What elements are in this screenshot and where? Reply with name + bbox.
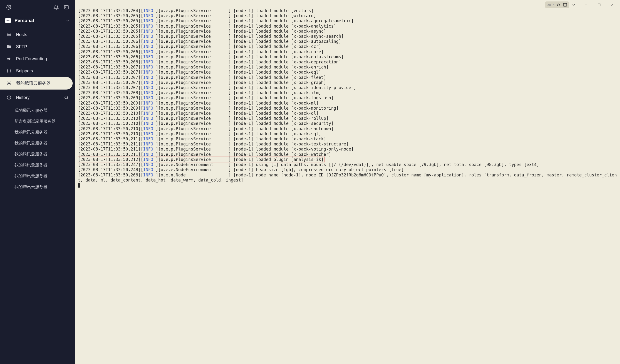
nav-item-forward[interactable]: Port Forwarding bbox=[0, 53, 75, 65]
log-line: [2023-08-17T11:33:50,212][INFO ][o.e.p.P… bbox=[78, 157, 617, 162]
log-line: [2023-08-17T11:33:50,205][INFO ][o.e.p.P… bbox=[78, 34, 617, 39]
log-line: [2023-08-17T11:33:50,210][INFO ][o.e.p.P… bbox=[78, 116, 617, 121]
maximize-button[interactable] bbox=[596, 2, 602, 8]
log-line: [2023-08-17T11:33:50,211][INFO ][o.e.p.P… bbox=[78, 136, 617, 142]
titlebar: au • bbox=[543, 0, 620, 10]
history-entry[interactable]: 我的腾讯云服务器 bbox=[0, 138, 75, 149]
log-line: [2023-08-17T11:33:50,247][INFO ][o.e.e.N… bbox=[78, 162, 617, 167]
title-hint-text: au bbox=[547, 3, 551, 7]
history-entry[interactable]: 我的腾讯云服务器 bbox=[0, 170, 75, 181]
split-panel-icon[interactable] bbox=[562, 2, 568, 8]
history-section-header[interactable]: History bbox=[0, 91, 75, 104]
title-dot: • bbox=[553, 3, 554, 7]
log-line: [2023-08-17T11:33:50,205][INFO ][o.e.p.P… bbox=[78, 24, 617, 29]
log-line: [2023-08-17T11:33:50,207][INFO ][o.e.p.P… bbox=[78, 85, 617, 90]
nav-label: Snippets bbox=[16, 68, 69, 74]
log-line: [2023-08-17T11:33:50,205][INFO ][o.e.p.P… bbox=[78, 29, 617, 34]
workspace-selector[interactable]: Personal bbox=[0, 15, 75, 27]
log-line: [2023-08-17T11:33:50,206][INFO ][o.e.p.P… bbox=[78, 60, 617, 65]
log-line: [2023-08-17T11:33:50,207][INFO ][o.e.p.P… bbox=[78, 75, 617, 80]
log-line: [2023-08-17T11:33:50,205][INFO ][o.e.p.P… bbox=[78, 18, 617, 23]
log-line: [2023-08-17T11:33:50,210][INFO ][o.e.p.P… bbox=[78, 131, 617, 136]
settings-small-icon bbox=[6, 81, 12, 86]
svg-point-7 bbox=[8, 83, 10, 84]
nav-item-braces[interactable]: Snippets bbox=[0, 65, 75, 77]
sidebar-top-bar bbox=[0, 0, 75, 15]
history-entry[interactable]: 新吉奥测试应用服务器 bbox=[0, 116, 75, 127]
svg-point-9 bbox=[65, 96, 68, 99]
log-line: [2023-08-17T11:33:50,205][INFO ][o.e.p.P… bbox=[78, 13, 617, 18]
nav-label: Port Forwarding bbox=[16, 56, 69, 61]
log-line: [2023-08-17T11:33:50,210][INFO ][o.e.p.P… bbox=[78, 111, 617, 116]
close-button[interactable] bbox=[609, 2, 615, 8]
hosts-icon bbox=[6, 32, 12, 37]
svg-rect-13 bbox=[598, 4, 600, 6]
terminal-icon[interactable] bbox=[63, 4, 69, 10]
log-line: [2023-08-17T11:33:50,211][INFO ][o.e.p.P… bbox=[78, 142, 617, 147]
history-entry[interactable]: 我的腾讯云服务器 bbox=[0, 159, 75, 170]
log-line: [2023-08-17T11:33:50,211][INFO ][o.e.p.P… bbox=[78, 147, 617, 152]
svg-point-2 bbox=[8, 20, 8, 21]
settings-icon[interactable] bbox=[6, 4, 12, 10]
log-line: [2023-08-17T11:33:50,266][INFO ][o.e.n.N… bbox=[78, 173, 617, 183]
log-line: [2023-08-17T11:33:50,209][INFO ][o.e.p.P… bbox=[78, 106, 617, 111]
history-entry[interactable]: 我的腾讯云服务器 bbox=[0, 127, 75, 138]
minimize-button[interactable] bbox=[583, 2, 589, 8]
nav-item-settings-small[interactable]: 我的腾讯云服务器 bbox=[0, 77, 73, 90]
history-label: History bbox=[16, 95, 60, 100]
forward-icon bbox=[6, 56, 12, 61]
workspace-label: Personal bbox=[15, 18, 62, 23]
braces-icon bbox=[6, 68, 12, 74]
nav-label: Hosts bbox=[16, 32, 69, 37]
log-line: [2023-08-17T11:33:50,207][INFO ][o.e.p.P… bbox=[78, 65, 617, 70]
share-icon[interactable] bbox=[556, 2, 561, 8]
nav-list: HostsSFTPPort ForwardingSnippets我的腾讯云服务器 bbox=[0, 27, 75, 91]
chevron-down-titlebar-icon[interactable] bbox=[571, 2, 576, 8]
log-line: [2023-08-17T11:33:50,206][INFO ][o.e.p.P… bbox=[78, 49, 617, 54]
terminal-output[interactable]: [2023-08-17T11:33:50,204][INFO ][o.e.p.P… bbox=[75, 0, 620, 364]
main-area: au • [2023-08-17T11:33:50,204][INFO ][o.… bbox=[75, 0, 620, 364]
svg-rect-1 bbox=[64, 6, 69, 9]
search-icon[interactable] bbox=[64, 95, 69, 100]
chevron-down-icon bbox=[65, 18, 70, 23]
workspace-icon bbox=[5, 18, 11, 23]
log-line: [2023-08-17T11:33:50,210][INFO ][o.e.p.P… bbox=[78, 126, 617, 131]
log-line: [2023-08-17T11:33:50,211][INFO ][o.e.p.P… bbox=[78, 152, 617, 157]
log-line: [2023-08-17T11:33:50,206][INFO ][o.e.p.P… bbox=[78, 39, 617, 44]
history-entry[interactable]: 我的腾讯云服务器 bbox=[0, 149, 75, 159]
terminal-cursor bbox=[78, 183, 80, 188]
nav-item-hosts[interactable]: Hosts bbox=[0, 29, 75, 41]
log-line: [2023-08-17T11:33:50,207][INFO ][o.e.p.P… bbox=[78, 80, 617, 85]
nav-label: 我的腾讯云服务器 bbox=[16, 80, 66, 86]
log-line: [2023-08-17T11:33:50,248][INFO ][o.e.e.N… bbox=[78, 167, 617, 172]
svg-point-0 bbox=[8, 7, 9, 8]
title-controls-group: au • bbox=[545, 1, 569, 8]
nav-item-folder[interactable]: SFTP bbox=[0, 41, 75, 53]
nav-label: SFTP bbox=[16, 44, 69, 49]
folder-icon bbox=[6, 44, 12, 49]
sidebar: Personal HostsSFTPPort ForwardingSnippet… bbox=[0, 0, 75, 364]
history-entry[interactable]: 我的腾讯云服务器 bbox=[0, 105, 75, 116]
bell-icon[interactable] bbox=[53, 4, 59, 10]
window-controls bbox=[583, 2, 618, 8]
log-line: [2023-08-17T11:33:50,204][INFO ][o.e.p.P… bbox=[78, 8, 617, 13]
log-line: [2023-08-17T11:33:50,206][INFO ][o.e.p.P… bbox=[78, 54, 617, 60]
log-line: [2023-08-17T11:33:50,210][INFO ][o.e.p.P… bbox=[78, 121, 617, 126]
log-line: [2023-08-17T11:33:50,207][INFO ][o.e.p.P… bbox=[78, 70, 617, 75]
log-line: [2023-08-17T11:33:50,209][INFO ][o.e.p.P… bbox=[78, 101, 617, 106]
log-line: [2023-08-17T11:33:50,206][INFO ][o.e.p.P… bbox=[78, 44, 617, 49]
history-entry[interactable]: 我的腾讯云服务器 bbox=[0, 181, 75, 192]
log-line: [2023-08-17T11:33:50,208][INFO ][o.e.p.P… bbox=[78, 90, 617, 95]
log-line: [2023-08-17T11:33:50,209][INFO ][o.e.p.P… bbox=[78, 95, 617, 100]
history-list: 我的腾讯云服务器新吉奥测试应用服务器我的腾讯云服务器我的腾讯云服务器我的腾讯云服… bbox=[0, 104, 75, 194]
clock-icon bbox=[6, 95, 12, 100]
